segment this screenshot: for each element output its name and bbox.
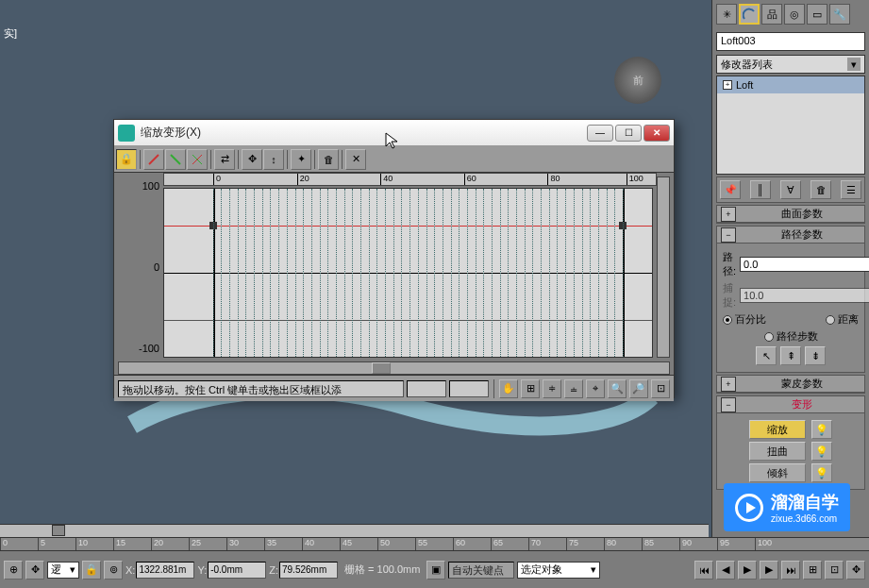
autokey-button[interactable]: 自动关键点 <box>448 562 514 579</box>
rollout-surface-params: + 曲面参数 <box>716 205 865 224</box>
teeter-toggle-button[interactable]: 💡 <box>811 463 832 482</box>
rollout-toggle[interactable]: + <box>721 207 736 222</box>
key-filter-combo[interactable]: 选定对象▾ <box>517 562 600 579</box>
zoom-fit-icon[interactable]: 🔎 <box>629 379 648 398</box>
move-control-point-button[interactable]: ✥ <box>242 149 262 170</box>
rollout-title: 曲面参数 <box>740 207 864 221</box>
point-x-field[interactable] <box>407 380 446 397</box>
isolate-button[interactable]: ▣ <box>426 561 445 580</box>
scale-deform-button[interactable]: 缩放 <box>749 420 806 439</box>
graph-horizontal-scrollbar[interactable] <box>118 361 670 375</box>
selection-combo[interactable]: 逻▾ <box>47 562 79 579</box>
viewcube[interactable]: 前 <box>614 57 661 104</box>
modifier-item-loft[interactable]: + Loft <box>717 76 864 93</box>
create-tab[interactable]: ✳ <box>716 4 737 25</box>
dialog-toolbar: 🔒 ⇄ ✥ ↕ ✦ 🗑 ✕ <box>114 146 674 173</box>
rollout-title: 路径参数 <box>740 227 864 242</box>
distance-radio[interactable]: 距离 <box>826 312 859 327</box>
delete-point-button[interactable]: 🗑 <box>318 149 339 170</box>
graph-vertical-scrollbar[interactable] <box>657 176 670 358</box>
display-xy-axes-button[interactable] <box>187 149 208 170</box>
make-symmetrical-button[interactable]: 🔒 <box>116 149 137 170</box>
zoom-horiz-extents-icon[interactable]: ⫩ <box>543 379 561 398</box>
viewport-nav-button[interactable]: ⊡ <box>825 561 844 580</box>
prev-frame-button[interactable]: ◀ <box>716 561 735 580</box>
rollout-toggle[interactable]: + <box>721 377 736 392</box>
time-ruler[interactable]: 0510152025303540455055606570758085909510… <box>0 537 869 550</box>
object-name-field[interactable]: Loft003 <box>716 32 865 51</box>
next-shape-button[interactable]: ⇟ <box>805 346 826 365</box>
percent-radio[interactable]: 百分比 <box>723 312 766 327</box>
svg-line-1 <box>171 155 180 164</box>
play-icon <box>735 494 763 522</box>
coord-x-input[interactable] <box>136 562 194 579</box>
zoom-region-icon[interactable]: ⌖ <box>586 379 605 398</box>
scale-control-point-button[interactable]: ↕ <box>263 149 284 170</box>
teeter-deform-button[interactable]: 倾斜 <box>749 463 806 482</box>
snap-button[interactable]: ⊚ <box>104 561 123 580</box>
play-button[interactable]: ▶ <box>738 561 757 580</box>
motion-tab[interactable]: ◎ <box>784 4 805 25</box>
rollout-toggle[interactable]: − <box>721 397 736 412</box>
minimize-button[interactable]: — <box>587 125 613 142</box>
deformation-graph[interactable] <box>163 188 653 358</box>
tool-button[interactable]: ⊕ <box>4 561 23 580</box>
graph-y-axis: 100 0 -100 <box>114 173 163 361</box>
rollout-toggle[interactable]: − <box>721 227 736 243</box>
snap-spinner[interactable]: ▴▾ <box>740 288 869 303</box>
goto-end-button[interactable]: ⏭ <box>781 561 800 580</box>
coord-y-input[interactable] <box>208 562 266 579</box>
rollout-path-params: − 路径参数 路径: ▴▾ 捕捉: ▴▾ 启用 百分比 <box>716 226 865 373</box>
status-message: 拖动以移动。按住 Ctrl 键单击或拖出区域框以添 <box>118 380 404 397</box>
make-unique-button[interactable]: ∀ <box>780 180 801 199</box>
watermark-url: zixue.3d66.com <box>771 513 839 524</box>
hierarchy-tab[interactable]: 品 <box>761 4 782 25</box>
tool-button[interactable]: ✥ <box>25 561 44 580</box>
utilities-tab[interactable]: 🔧 <box>829 4 850 25</box>
configure-sets-button[interactable]: ☰ <box>841 180 861 199</box>
path-spinner[interactable]: ▴▾ <box>740 257 869 272</box>
show-end-result-button[interactable]: ║ <box>750 180 771 199</box>
pan-icon[interactable]: ✋ <box>499 379 518 398</box>
remove-modifier-button[interactable]: 🗑 <box>811 180 831 199</box>
goto-start-button[interactable]: ⏮ <box>694 561 713 580</box>
rollout-deformations: − 变形 缩放 💡 扭曲 💡 倾斜 💡 <box>716 395 865 490</box>
time-slider[interactable] <box>0 524 709 537</box>
reset-zoom-icon[interactable]: ⊡ <box>651 379 670 398</box>
zoom-extents-icon[interactable]: ⊞ <box>521 379 540 398</box>
next-frame-button[interactable]: ▶ <box>760 561 778 580</box>
display-y-axis-button[interactable] <box>165 149 186 170</box>
twist-deform-button[interactable]: 扭曲 <box>749 442 806 461</box>
point-y-field[interactable] <box>449 380 489 397</box>
time-slider-thumb[interactable] <box>52 525 65 536</box>
display-x-axis-button[interactable] <box>143 149 164 170</box>
prev-shape-button[interactable]: ⇞ <box>780 346 801 365</box>
insert-corner-point-button[interactable]: ✦ <box>291 149 311 170</box>
modifier-list-label: 修改器列表 <box>721 58 773 72</box>
expand-icon[interactable]: + <box>723 80 732 90</box>
maximize-button[interactable]: ☐ <box>615 125 642 142</box>
scale-toggle-button[interactable]: 💡 <box>811 420 832 439</box>
viewport-nav-button[interactable]: ✥ <box>846 561 865 580</box>
modifier-list-dropdown[interactable]: 修改器列表 ▾ <box>716 55 865 74</box>
close-button[interactable]: ✕ <box>643 125 670 142</box>
swap-deform-button[interactable]: ⇄ <box>214 149 235 170</box>
lock-button[interactable]: 🔒 <box>82 561 101 580</box>
coord-z-input[interactable] <box>279 562 338 579</box>
zoom-vert-extents-icon[interactable]: ⫨ <box>564 379 583 398</box>
modify-tab[interactable] <box>739 4 760 25</box>
viewport-nav-button[interactable]: ⊞ <box>803 561 822 580</box>
path-steps-radio[interactable]: 路径步数 <box>764 329 818 344</box>
scale-deformation-dialog: 缩放变形(X) — ☐ ✕ 🔒 ⇄ ✥ ↕ ✦ 🗑 ✕ 0 20 40 60 8… <box>113 119 675 398</box>
svg-line-2 <box>192 155 202 164</box>
zoom-icon[interactable]: 🔍 <box>608 379 627 398</box>
pick-shape-button[interactable]: ↖ <box>756 346 777 365</box>
app-icon <box>118 125 135 142</box>
pin-stack-button[interactable]: 📌 <box>720 180 741 199</box>
display-tab[interactable]: ▭ <box>807 4 827 25</box>
modifier-stack[interactable]: + Loft <box>716 76 865 175</box>
reset-curve-button[interactable]: ✕ <box>345 149 366 170</box>
viewport-label: 实] <box>4 26 17 41</box>
twist-toggle-button[interactable]: 💡 <box>811 442 832 461</box>
dialog-titlebar[interactable]: 缩放变形(X) — ☐ ✕ <box>114 120 674 146</box>
